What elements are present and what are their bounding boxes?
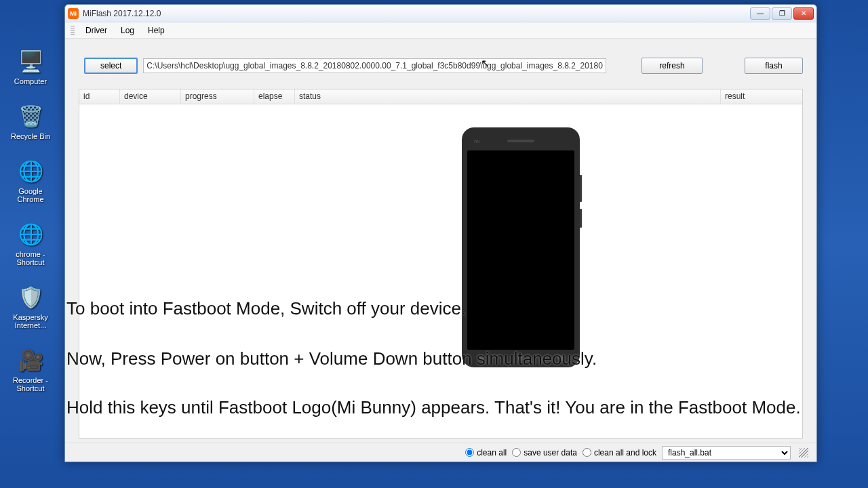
caption-line-3: Hold this keys until Fastboot Logo(Mi Bu…	[66, 397, 801, 418]
col-device[interactable]: device	[120, 89, 181, 104]
window-controls: — ❐ ✕	[749, 7, 814, 20]
desktop-icon-computer[interactable]: 🖥️ Computer	[7, 47, 54, 85]
app-icon: Mi	[68, 8, 79, 19]
bat-select[interactable]: flash_all.bat	[662, 446, 791, 460]
refresh-button[interactable]: refresh	[642, 58, 703, 74]
radio-clean-all-input[interactable]	[465, 448, 474, 457]
radio-clean-all-and-lock[interactable]: clean all and lock	[583, 448, 656, 458]
desktop-icon-recorder[interactable]: 🎥 Recorder - Shortcut	[7, 346, 54, 392]
desktop-icon-kaspersky[interactable]: 🛡️ Kaspersky Internet...	[7, 283, 54, 329]
radio-label: save user data	[524, 448, 577, 458]
radio-label: clean all and lock	[594, 448, 656, 458]
desktop-icon-label: Computer	[14, 77, 47, 85]
menu-help[interactable]: Help	[142, 24, 170, 37]
recorder-icon: 🎥	[17, 346, 44, 373]
desktop-icon-label: Recycle Bin	[11, 132, 50, 140]
phone-power-icon	[580, 209, 582, 228]
phone-illustration: mi	[462, 127, 580, 367]
resize-grip-icon[interactable]	[799, 448, 808, 458]
radio-clean-all[interactable]: clean all	[465, 448, 507, 458]
desktop-icon-label: chrome - Shortcut	[7, 250, 54, 266]
menubar: Driver Log Help	[65, 22, 816, 39]
menubar-grip-icon	[71, 26, 75, 35]
titlebar[interactable]: Mi MiFlash 2017.12.12.0 — ❐ ✕	[65, 5, 816, 22]
computer-icon: 🖥️	[17, 47, 44, 75]
radio-save-user-data-input[interactable]	[512, 448, 521, 457]
phone-volume-icon	[580, 175, 582, 202]
select-button[interactable]: select	[84, 58, 138, 74]
radio-clean-all-and-lock-input[interactable]	[583, 448, 591, 457]
radio-save-user-data[interactable]: save user data	[512, 448, 577, 458]
phone-brand-icon: mi	[474, 138, 479, 144]
desktop-icon-chrome[interactable]: 🌐 Google Chrome	[7, 157, 54, 203]
menu-log[interactable]: Log	[115, 24, 140, 37]
footer: clean all save user data clean all and l…	[65, 443, 816, 462]
col-progress[interactable]: progress	[181, 89, 254, 104]
flash-button[interactable]: flash	[745, 58, 803, 74]
device-table: ↖ id device progress elapse status resul…	[79, 89, 803, 439]
toolbar: select refresh flash	[65, 39, 816, 82]
phone-screen	[467, 150, 574, 350]
kaspersky-icon: 🛡️	[17, 283, 44, 310]
col-elapse[interactable]: elapse	[254, 89, 295, 104]
recycle-bin-icon: 🗑️	[17, 102, 44, 129]
col-id[interactable]: id	[79, 89, 120, 104]
desktop-icon-chrome-shortcut[interactable]: 🌐 chrome - Shortcut	[7, 220, 54, 266]
chrome-icon: 🌐	[17, 157, 44, 184]
close-button[interactable]: ✕	[793, 7, 814, 20]
caption-line-2: Now, Press Power on button + Volume Down…	[66, 348, 597, 369]
window-title: MiFlash 2017.12.12.0	[83, 9, 161, 18]
desktop-icons: 🖥️ Computer 🗑️ Recycle Bin 🌐 Google Chro…	[7, 47, 54, 392]
minimize-button[interactable]: —	[750, 7, 770, 20]
desktop-icon-label: Kaspersky Internet...	[7, 313, 54, 329]
phone-speaker-icon	[507, 140, 534, 142]
desktop-icon-label: Recorder - Shortcut	[7, 376, 54, 392]
desktop-icon-label: Google Chrome	[7, 187, 54, 203]
menu-driver[interactable]: Driver	[80, 24, 113, 37]
maximize-button[interactable]: ❐	[772, 7, 792, 20]
col-status[interactable]: status	[295, 89, 721, 104]
radio-label: clean all	[477, 448, 507, 458]
table-header: id device progress elapse status result	[79, 89, 802, 104]
chrome-shortcut-icon: 🌐	[17, 220, 44, 247]
col-result[interactable]: result	[721, 89, 802, 104]
caption-line-1: To boot into Fastboot Mode, Switch off y…	[66, 298, 466, 319]
desktop-icon-recycle-bin[interactable]: 🗑️ Recycle Bin	[7, 102, 54, 140]
miflash-window: Mi MiFlash 2017.12.12.0 — ❐ ✕ Driver Log…	[64, 4, 817, 462]
table-body: mi	[79, 104, 802, 438]
rom-path-input[interactable]	[143, 58, 606, 73]
